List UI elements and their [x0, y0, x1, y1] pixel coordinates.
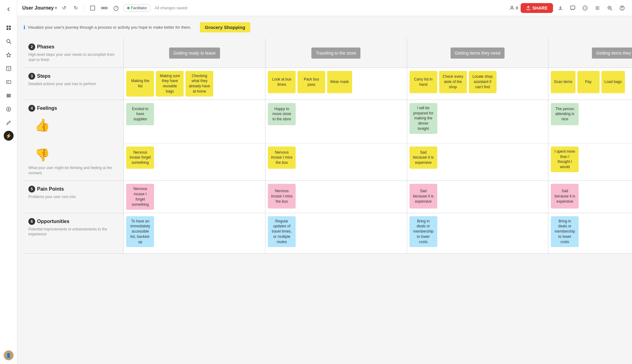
list-button[interactable] [592, 3, 602, 13]
pain-points-label-cell: 5 Pain Points Problems your user runs in… [23, 181, 124, 213]
step-note[interactable]: Pack bus pass [297, 71, 325, 93]
feelings-neg-cell-3: Sad because it is expensive [407, 143, 549, 181]
sidebar-lightning[interactable]: ⚡ [4, 131, 14, 141]
pain-note[interactable]: Sad because it is expensive [410, 184, 437, 209]
svg-rect-0 [6, 26, 8, 27]
phases-label-cell: 2 Phases High-level steps your user need… [23, 39, 124, 68]
grocery-tag[interactable]: Grocery Shopping [200, 22, 250, 32]
sidebar: ⚡ 👤 [0, 0, 17, 364]
step-note[interactable]: Making the list [126, 71, 154, 97]
opp-note[interactable]: Bring in deals or membership to lower co… [410, 216, 437, 247]
sidebar-pen[interactable] [3, 117, 14, 128]
opp-note[interactable]: Regular updates of travel times, or mult… [268, 216, 296, 247]
steps-number: 3 [28, 73, 35, 80]
users-count: 8 [516, 6, 518, 10]
feelings-title: 4 Feelings [28, 105, 118, 112]
info-text: Visualize your user's journey through a … [28, 25, 191, 30]
opp-note[interactable]: To have an immediately accessible list, … [126, 216, 154, 247]
phase-card-1[interactable]: Getting ready to leave [169, 48, 220, 59]
step-note[interactable]: Wear mask [327, 71, 352, 93]
help-button[interactable] [617, 3, 627, 13]
svg-rect-13 [8, 94, 9, 97]
step-note[interactable]: Load bags [601, 71, 625, 93]
steps-title: 3 Steps [28, 73, 118, 80]
svg-line-24 [116, 7, 117, 8]
pain-points-number: 5 [28, 186, 35, 192]
steps-notes-1: Making the list Making sure they have re… [126, 71, 263, 97]
info-icon: ℹ [23, 24, 25, 30]
feelings-neg-cell-2: Nervous incase I miss the bus [265, 143, 407, 181]
step-note[interactable]: Scan items [551, 71, 575, 93]
download-button[interactable] [555, 3, 565, 13]
steps-label-cell: 3 Steps Detailed actions your user has t… [23, 68, 124, 100]
comments-button[interactable] [568, 3, 578, 13]
svg-marker-6 [6, 53, 11, 57]
opp-cell-3: Bring in deals or membership to lower co… [407, 213, 549, 254]
svg-point-39 [622, 9, 622, 10]
feelings-pos-cell-2: Happy to move close to the store [265, 100, 407, 143]
step-note[interactable]: Check every aisle of the shop [439, 71, 467, 93]
sidebar-search[interactable] [3, 36, 14, 47]
step-note[interactable]: Checking what they already have at home [185, 71, 213, 97]
undo-button[interactable]: ↺ [59, 3, 69, 13]
share-button[interactable]: SHARE [521, 3, 553, 13]
sidebar-back[interactable] [3, 4, 14, 15]
sidebar-library[interactable] [3, 90, 14, 101]
svg-rect-1 [9, 26, 11, 27]
feeling-note-neg[interactable]: Nervous incase forget something [126, 147, 154, 169]
sidebar-add[interactable] [3, 104, 14, 115]
chat-button[interactable] [580, 3, 590, 13]
pain-points-title: 5 Pain Points [28, 186, 118, 192]
info-bar: ℹ Visualize your user's journey through … [23, 22, 632, 32]
feelings-label-cell: 4 Feelings 👍 👎 What your user might be t… [23, 100, 124, 181]
pain-cell-3: Sad because it is expensive [407, 181, 549, 213]
step-note[interactable]: Locate shop assistant if can't find [469, 71, 497, 93]
users-badge[interactable]: 8 [509, 6, 518, 10]
phase-cell-4: Getting items they need [548, 39, 632, 68]
pain-note[interactable]: Nervous incase I forget something [126, 184, 154, 209]
feeling-note-neg[interactable]: Sad because it is expensive [410, 147, 437, 169]
step-note[interactable]: Look at bus times [268, 71, 296, 93]
steps-cell-2: Look at bus times Pack bus pass Wear mas… [265, 68, 407, 100]
sidebar-home[interactable] [3, 22, 14, 33]
phases-row: 2 Phases High-level steps your user need… [23, 39, 632, 68]
feeling-note-neg[interactable]: Nervous incase I miss the bus [268, 147, 296, 169]
redo-button[interactable]: ↻ [71, 3, 80, 13]
svg-rect-26 [571, 6, 575, 9]
step-note[interactable]: Carry list in hand [410, 71, 437, 93]
sidebar-media[interactable] [3, 77, 14, 88]
pain-cell-1: Nervous incase I forget something [124, 181, 265, 213]
frame-button[interactable] [88, 3, 97, 13]
svg-point-21 [106, 7, 107, 9]
feeling-note[interactable]: The person attending is nice [551, 103, 579, 125]
feeling-note-neg[interactable]: I spent more than I thought I would [551, 147, 579, 172]
title-chevron[interactable]: ▾ [55, 6, 57, 10]
timer-button[interactable] [111, 3, 121, 13]
sidebar-avatar[interactable]: 👤 [4, 350, 14, 360]
phase-card-3[interactable]: Getting items they need [451, 48, 505, 59]
steps-row: 3 Steps Detailed actions your user has t… [23, 68, 632, 100]
pain-note[interactable]: Sad because it is expensive [551, 184, 579, 209]
svg-rect-3 [9, 28, 11, 30]
feeling-note[interactable]: I will be prepared for making the dinner… [410, 103, 437, 134]
sidebar-dashboard[interactable] [3, 63, 14, 74]
steps-notes-2: Look at bus times Pack bus pass Wear mas… [268, 71, 404, 93]
zoom-button[interactable] [605, 3, 615, 13]
phase-card-4[interactable]: Getting items they need [592, 48, 632, 59]
pain-note[interactable]: Nervous incase I miss the bus [268, 184, 296, 209]
svg-point-19 [101, 7, 103, 9]
sidebar-favorites[interactable] [3, 49, 14, 60]
view-button[interactable] [100, 3, 109, 13]
phase-card-2[interactable]: Traveling to the store [311, 48, 360, 59]
pain-cell-2: Nervous incase I miss the bus [265, 181, 407, 213]
phases-desc: High-level steps your user needs to acco… [28, 52, 118, 63]
step-note[interactable]: Pay [577, 71, 600, 93]
facilitator-badge[interactable]: Facilitator [123, 4, 151, 12]
feeling-note[interactable]: Happy to move close to the store [268, 103, 296, 125]
feeling-note[interactable]: Excited to have supplies [126, 103, 154, 125]
opportunities-row: 6 Opportunities Potential improvements o… [23, 213, 632, 254]
opp-note[interactable]: Bring in deals or membership to lower co… [551, 216, 579, 247]
steps-desc: Detailed actions your user has to perfor… [28, 81, 118, 87]
step-note[interactable]: Making sure they have reusable bags [156, 71, 184, 97]
svg-point-29 [585, 8, 585, 8]
